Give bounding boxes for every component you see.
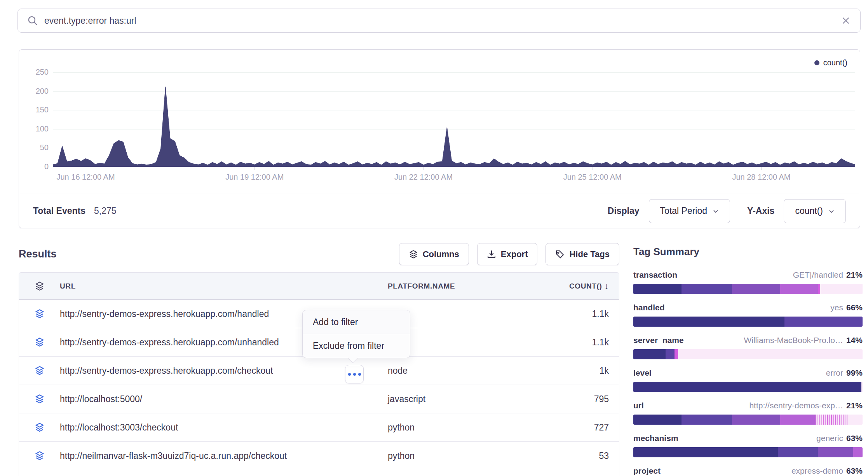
tag-bar-segment[interactable] (818, 447, 853, 457)
columns-button[interactable]: Columns (399, 243, 469, 265)
tag-name: project (633, 466, 661, 476)
tag-bar-segment[interactable] (732, 284, 780, 294)
results-header: Results Columns Export Hide Tags (19, 243, 619, 265)
count-cell[interactable]: 1k (559, 366, 619, 376)
tag-bar-segment[interactable] (678, 349, 863, 359)
platform-cell[interactable]: node (388, 366, 559, 376)
platform-cell[interactable]: python (388, 422, 559, 433)
count-cell[interactable]: 1.1k (559, 309, 619, 319)
tag-distribution-bar[interactable] (633, 284, 863, 294)
yaxis-dropdown[interactable]: count() (784, 199, 846, 223)
tag-bar-segment[interactable] (682, 415, 732, 425)
total-events-value: 5,275 (94, 206, 117, 216)
tag-distribution-bar[interactable] (633, 382, 863, 392)
tag-top-percentage: 66% (846, 303, 863, 312)
column-header-count[interactable]: COUNT() ↓ (559, 281, 619, 291)
clear-search-icon[interactable] (841, 16, 851, 26)
cell-actions-ellipsis-button[interactable] (345, 365, 364, 383)
x-axis-tick (424, 167, 424, 170)
tag-top-percentage: 14% (846, 336, 863, 345)
stack-icon (35, 366, 45, 376)
chart-legend[interactable]: count() (814, 58, 847, 67)
url-cell[interactable]: http://neilmanvar-flask-m3uuizd7iq-uc.a.… (60, 451, 388, 461)
x-axis-tick-label: Jun 28 12:00 AM (715, 173, 808, 182)
count-cell[interactable]: 1.1k (559, 337, 619, 348)
tag-bar-segment[interactable] (848, 415, 863, 425)
platform-cell[interactable]: python (388, 451, 559, 461)
table-row[interactable]: http://localhost:5000/javascript795 (19, 385, 619, 413)
events-area-chart (53, 72, 855, 167)
tag-bar-segment[interactable] (784, 317, 863, 327)
tag-bar-segment[interactable] (633, 317, 784, 327)
tag-distribution-bar[interactable] (633, 447, 863, 457)
tag-bar-segment[interactable] (633, 382, 861, 392)
table-row[interactable]: http://sentry-demos-express.herokuapp.co… (19, 357, 619, 385)
count-cell[interactable]: 795 (559, 394, 619, 404)
column-header-url[interactable]: URL (60, 282, 388, 290)
tag-bar-segment[interactable] (780, 415, 816, 425)
table-row[interactable]: http://neilmanvar-flask-m3uuizd7iq-uc.a.… (19, 442, 619, 470)
count-cell[interactable]: 53 (559, 451, 619, 461)
row-type-icon (19, 366, 60, 376)
hide-tags-button[interactable]: Hide Tags (546, 243, 619, 265)
stack-icon (35, 451, 45, 461)
column-header-platform[interactable]: PLATFORM.NAME (388, 282, 559, 290)
tag-summary-row: mechanismgeneric63% (633, 434, 863, 457)
tag-bar-segment[interactable] (666, 349, 675, 359)
tag-bar-segment[interactable] (820, 284, 863, 294)
count-cell[interactable]: 727 (559, 422, 619, 433)
row-type-icon (19, 451, 60, 461)
cell-context-menu: Add to filter Exclude from filter (302, 310, 410, 358)
tag-summary-title: Tag Summary (633, 246, 863, 258)
tag-icon (555, 250, 565, 259)
tag-top-percentage: 21% (846, 270, 863, 279)
tag-top-value: express-demo (791, 466, 843, 475)
x-axis-tick (761, 167, 762, 170)
search-bar[interactable]: event.type:error has:url (17, 9, 861, 33)
column-type-icon (19, 281, 60, 291)
x-axis-tick (593, 167, 593, 170)
url-cell[interactable]: http://localhost:5000/ (60, 394, 388, 404)
x-axis-tick (86, 167, 86, 170)
tag-top-percentage: 63% (846, 466, 863, 475)
tag-bar-segment[interactable] (778, 447, 818, 457)
tag-bar-segment[interactable] (633, 284, 682, 294)
x-axis-tick-label: Jun 19 12:00 AM (208, 173, 301, 182)
platform-cell[interactable]: javascript (388, 394, 559, 404)
tag-summary-row: transactionGET|/handled21% (633, 270, 863, 294)
x-axis-tick-label: Jun 22 12:00 AM (377, 173, 470, 182)
menu-item-exclude-from-filter[interactable]: Exclude from filter (303, 334, 410, 358)
legend-series-label: count() (823, 58, 847, 67)
row-type-icon (19, 337, 60, 347)
url-cell[interactable]: http://localhost:3003/checkout (60, 422, 388, 433)
tag-summary-row: projectexpress-demo63% (633, 466, 863, 476)
display-dropdown[interactable]: Total Period (649, 199, 730, 223)
tag-bar-segment[interactable] (682, 284, 732, 294)
tag-distribution-bar[interactable] (633, 415, 863, 425)
x-axis-tick-label: Jun 16 12:00 AM (39, 173, 132, 182)
menu-item-add-to-filter[interactable]: Add to filter (303, 310, 410, 334)
chevron-down-icon (828, 208, 835, 214)
tag-bar-segment[interactable] (861, 382, 863, 392)
table-row[interactable]: http://localhost:3003/checkoutpython727 (19, 413, 619, 442)
tag-bar-segment[interactable] (816, 415, 848, 425)
tag-bar-segment[interactable] (633, 447, 778, 457)
tag-bar-segment[interactable] (853, 447, 863, 457)
tag-distribution-bar[interactable] (633, 317, 863, 327)
tag-bar-segment[interactable] (675, 349, 678, 359)
tag-summary-row: urlhttp://sentry-demos-exp…21% (633, 401, 863, 425)
tag-top-percentage: 99% (846, 368, 863, 377)
tag-bar-segment[interactable] (732, 415, 780, 425)
search-query[interactable]: event.type:error has:url (44, 16, 841, 26)
stack-icon (409, 250, 418, 259)
tag-bar-segment[interactable] (633, 415, 682, 425)
tag-top-value: GET|/handled (793, 270, 843, 279)
tag-bar-segment[interactable] (780, 284, 818, 294)
url-cell[interactable]: http://sentry-demos-express.herokuapp.co… (60, 366, 388, 376)
tag-bar-segment[interactable] (633, 349, 666, 359)
y-axis-tick-label: 150 (19, 105, 49, 114)
tag-top-percentage: 63% (846, 434, 863, 443)
export-button[interactable]: Export (477, 243, 538, 265)
row-type-icon (19, 422, 60, 432)
tag-distribution-bar[interactable] (633, 349, 863, 359)
